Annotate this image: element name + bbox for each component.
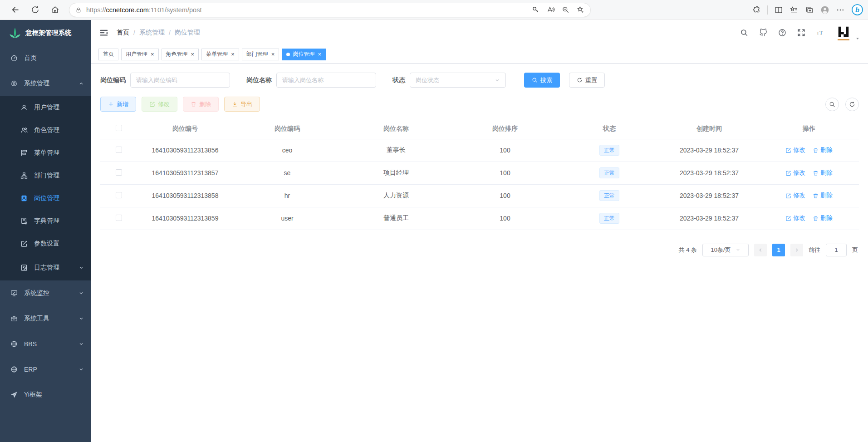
close-icon[interactable]: × [231, 51, 235, 57]
profile-avatar-icon[interactable] [820, 5, 829, 15]
breadcrumb-separator: / [133, 29, 135, 36]
sidebar-collapse-icon[interactable] [99, 28, 108, 37]
address-bar[interactable]: https://ccnetcore.com:1101/system/post [69, 3, 591, 17]
col-actions: 操作 [759, 119, 859, 139]
reload-icon[interactable] [27, 2, 43, 18]
close-icon[interactable]: × [151, 51, 154, 57]
sidebar-item-label: 角色管理 [34, 126, 59, 134]
export-button[interactable]: 导出 [224, 97, 260, 112]
tab-user-management[interactable]: 用户管理× [121, 49, 159, 60]
sidebar-item-system-monitor[interactable]: 系统监控 [0, 280, 91, 306]
next-page-button[interactable] [790, 244, 803, 256]
tab-post-management[interactable]: 岗位管理× [282, 49, 326, 60]
row-edit-link[interactable]: 修改 [785, 146, 805, 154]
sidebar-item-home[interactable]: 首页 [0, 45, 91, 71]
row-checkbox[interactable] [116, 192, 122, 198]
user-menu[interactable] [835, 25, 860, 41]
row-delete-link[interactable]: 删除 [813, 214, 833, 222]
add-button[interactable]: 新增 [100, 97, 136, 112]
favorites-icon[interactable] [790, 5, 799, 15]
reset-button[interactable]: 重置 [569, 73, 605, 88]
row-checkbox[interactable] [116, 147, 122, 153]
lock-icon[interactable] [75, 6, 82, 14]
sidebar-item-post-management[interactable]: 岗位管理 [0, 187, 91, 210]
user-avatar-logo[interactable] [835, 25, 852, 41]
tab-role-management[interactable]: 角色管理× [162, 49, 199, 60]
sidebar-item-bbs[interactable]: BBS [0, 331, 91, 357]
goto-page-input[interactable] [826, 244, 847, 256]
row-delete-link[interactable]: 删除 [813, 146, 833, 154]
split-screen-icon[interactable] [774, 5, 783, 15]
bing-copilot-icon[interactable] [851, 4, 863, 16]
sidebar-item-dict-management[interactable]: 字典管理 [0, 210, 91, 232]
select-all-checkbox[interactable] [116, 125, 122, 131]
app-logo[interactable]: 意框架管理系统 [0, 20, 91, 45]
breadcrumb-separator: / [169, 29, 171, 36]
prev-page-button[interactable] [754, 244, 767, 256]
top-navbar: 首页 / 系统管理 / 岗位管理 [91, 20, 868, 45]
row-edit-link[interactable]: 修改 [785, 214, 805, 222]
favorite-add-icon[interactable] [576, 5, 585, 14]
zoom-out-icon[interactable] [561, 5, 570, 14]
sidebar-item-param-settings[interactable]: 参数设置 [0, 232, 91, 255]
org-chart-icon [20, 172, 28, 180]
close-icon[interactable]: × [318, 51, 321, 57]
home-icon[interactable] [47, 2, 63, 18]
sidebar-item-erp[interactable]: ERP [0, 357, 91, 382]
close-icon[interactable]: × [271, 51, 275, 57]
sidebar-item-yi-framework[interactable]: Yi框架 [0, 382, 91, 408]
tab-department-management[interactable]: 部门管理× [242, 49, 280, 60]
tab-menu-management[interactable]: 菜单管理× [201, 49, 239, 60]
row-delete-link[interactable]: 删除 [813, 169, 833, 177]
edit-square-icon [20, 240, 28, 248]
font-size-icon[interactable] [816, 29, 824, 37]
github-icon[interactable] [759, 29, 767, 37]
delete-button[interactable]: 删除 [183, 97, 219, 112]
sidebar-item-menu-management[interactable]: 菜单管理 [0, 142, 91, 164]
edit-button[interactable]: 修改 [142, 97, 177, 112]
header-search-icon[interactable] [740, 29, 748, 37]
row-checkbox[interactable] [116, 169, 122, 176]
show-search-toggle[interactable] [825, 98, 839, 111]
cell-post-name: 普通员工 [342, 207, 451, 230]
sidebar-item-label: 首页 [24, 54, 37, 62]
sidebar-item-user-management[interactable]: 用户管理 [0, 96, 91, 119]
more-menu-icon[interactable] [836, 5, 845, 15]
tab-home[interactable]: 首页 [98, 49, 118, 60]
read-aloud-icon[interactable] [546, 5, 555, 14]
search-icon [829, 101, 835, 108]
password-key-icon[interactable] [531, 5, 540, 14]
row-checkbox[interactable] [116, 215, 122, 221]
fullscreen-icon[interactable] [797, 29, 805, 37]
collections-icon[interactable] [805, 5, 814, 15]
help-icon[interactable] [778, 29, 786, 37]
search-form: 岗位编码 岗位名称 状态 岗位状态 搜索 重置 [100, 73, 859, 88]
search-button[interactable]: 搜索 [524, 73, 560, 88]
sidebar-item-label: 岗位管理 [34, 194, 59, 202]
sidebar-item-log-management[interactable]: 日志管理 [0, 255, 91, 280]
col-post-name: 岗位名称 [342, 119, 451, 139]
breadcrumb-home[interactable]: 首页 [117, 29, 129, 37]
sidebar-submenu-system: 用户管理 角色管理 菜单管理 部门管理 岗位管理 字典管理 [0, 96, 91, 280]
row-delete-link[interactable]: 删除 [813, 192, 833, 200]
close-icon[interactable]: × [191, 51, 195, 57]
sidebar-item-system-tools[interactable]: 系统工具 [0, 306, 91, 331]
row-edit-link[interactable]: 修改 [785, 192, 805, 200]
sidebar-item-system-management[interactable]: 系统管理 [0, 71, 91, 96]
row-edit-link[interactable]: 修改 [785, 169, 805, 177]
post-name-input[interactable] [276, 73, 376, 88]
tab-label: 用户管理 [126, 50, 147, 58]
extensions-icon[interactable] [752, 5, 761, 15]
refresh-table-button[interactable] [845, 98, 859, 111]
back-icon[interactable] [7, 2, 23, 18]
current-page-button[interactable]: 1 [772, 244, 785, 256]
edit-icon [785, 170, 791, 176]
sidebar-item-role-management[interactable]: 角色管理 [0, 119, 91, 142]
status-select[interactable]: 岗位状态 [410, 73, 506, 88]
page-size-select[interactable]: 10条/页 [702, 244, 749, 256]
sidebar-item-department-management[interactable]: 部门管理 [0, 164, 91, 187]
cell-created-time: 2023-03-29 18:52:37 [659, 184, 759, 207]
post-code-input[interactable] [130, 73, 230, 88]
browser-action-icons [752, 4, 863, 16]
table-row: 1641030593112313859 user 普通员工 100 正常 202… [100, 207, 859, 230]
